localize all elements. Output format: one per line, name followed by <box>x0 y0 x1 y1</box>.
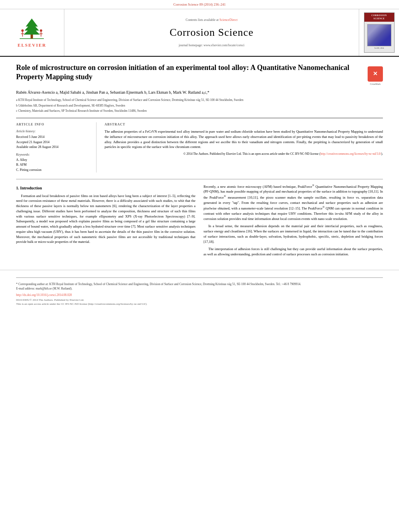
elsevier-logo: ELSEVIER <box>18 16 47 48</box>
abstract-text: The adhesion properties of a FeCrVN expe… <box>105 129 383 150</box>
doi-link[interactable]: http://dx.doi.org/10.1016/j.corsci.2014.… <box>16 293 383 298</box>
elsevier-tree-icon <box>18 16 46 41</box>
crossmark-badge[interactable]: ✕ <box>368 66 383 82</box>
body-right-para-3: The interpretation of adhesion forces is… <box>204 246 383 257</box>
journal-header: ELSEVIER Contents lists available at Sci… <box>0 9 399 57</box>
article-info-col: ARTICLE INFO Article history: Received 5… <box>16 122 97 173</box>
body-right-para-1: Recently, a new atomic force microscopy … <box>204 183 383 222</box>
keyword-3: C. Pitting corrosion <box>16 168 91 172</box>
journal-title: Corrosion Science <box>170 25 253 40</box>
footer-copyright: 0010-938X/© 2014 The Authors. Published … <box>16 298 383 306</box>
article-content: Role of microstructure on corrosion init… <box>0 57 399 266</box>
journal-cover-area: CORROSIONSCIENCE Vol 89 | 2014 <box>359 9 399 56</box>
available-date: Available online 28 August 2014 <box>16 145 91 149</box>
elsevier-label: ELSEVIER <box>18 42 47 48</box>
body-right-para-2: In a broad sense, the measured adhesion … <box>204 224 383 244</box>
footer-links: http://dx.doi.org/10.1016/j.corsci.2014.… <box>16 293 383 306</box>
keywords-label: Keywords: <box>16 152 91 157</box>
elsevier-logo-area: ELSEVIER <box>0 9 64 56</box>
cover-body: Vol 89 | 2014 <box>364 22 394 52</box>
journal-ref-text: Corrosion Science 89 (2014) 236–241 <box>173 2 226 6</box>
article-title: Role of microstructure on corrosion init… <box>16 63 368 82</box>
body-right-col: Recently, a new atomic force microscopy … <box>204 183 383 259</box>
keyword-1: A. Alloy <box>16 158 91 162</box>
license-link[interactable]: http://creativecommons.org/licenses/by-n… <box>321 152 381 156</box>
crossmark-wrapper: ✕ CrossMark <box>368 65 383 86</box>
license-text: © 2014 The Authors. Published by Elsevie… <box>105 152 383 156</box>
affiliation-b: b Uddeholms AB, Department of Research a… <box>16 103 383 108</box>
journal-homepage: journal homepage: www.elsevier.com/locat… <box>179 43 244 47</box>
article-info-heading: ARTICLE INFO <box>16 122 91 127</box>
svg-point-8 <box>40 29 42 32</box>
journal-reference-bar: Corrosion Science 89 (2014) 236–241 <box>0 0 399 9</box>
info-abstract-section: ARTICLE INFO Article history: Received 5… <box>16 118 383 173</box>
cover-red-stripe: CORROSIONSCIENCE <box>364 13 394 22</box>
sciencedirect-link[interactable]: Contents lists available at ScienceDirec… <box>186 18 238 22</box>
cover-image-sim <box>367 24 391 46</box>
authors: Rubén Álvarez-Asencio a, Majid Sababi a,… <box>16 90 383 95</box>
crossmark-label: CrossMark <box>370 82 381 86</box>
affiliations: a KTH Royal Institute of Technology, Sch… <box>16 98 383 113</box>
accepted-date: Accepted 21 August 2014 <box>16 140 91 144</box>
affiliation-c: c Chemistry, Materials and Surfaces, SP … <box>16 109 383 113</box>
abstract-col: ABSTRACT The adhesion properties of a Fe… <box>105 122 383 173</box>
svg-point-5 <box>21 29 24 32</box>
journal-info-center: Contents lists available at ScienceDirec… <box>64 9 359 56</box>
article-dates: Received 5 June 2014 Accepted 21 August … <box>16 135 91 149</box>
article-title-section: Role of microstructure on corrosion init… <box>16 63 383 86</box>
affiliation-a: a KTH Royal Institute of Technology, Sch… <box>16 98 383 102</box>
keywords-section: Keywords: A. Alloy B. AFM C. Pitting cor… <box>16 152 91 172</box>
body-left-para-1: Formation and local breakdown of passive… <box>16 193 195 245</box>
keyword-2: B. AFM <box>16 162 91 167</box>
footer-divider <box>16 277 383 278</box>
history-label: Article history: <box>16 129 91 134</box>
section1-title: 1. Introduction <box>16 185 195 191</box>
body-left-col: 1. Introduction Formation and local brea… <box>16 183 195 259</box>
journal-cover-image: CORROSIONSCIENCE Vol 89 | 2014 <box>364 12 395 53</box>
body-section: 1. Introduction Formation and local brea… <box>16 183 383 259</box>
corresponding-author-note: * Corresponding author at: KTH Royal Ins… <box>16 282 383 291</box>
footer-area: * Corresponding author at: KTH Royal Ins… <box>0 270 399 310</box>
abstract-heading: ABSTRACT <box>105 122 383 127</box>
page: Corrosion Science 89 (2014) 236–241 <box>0 0 399 532</box>
received-date: Received 5 June 2014 <box>16 135 91 139</box>
section-divider <box>16 179 383 179</box>
